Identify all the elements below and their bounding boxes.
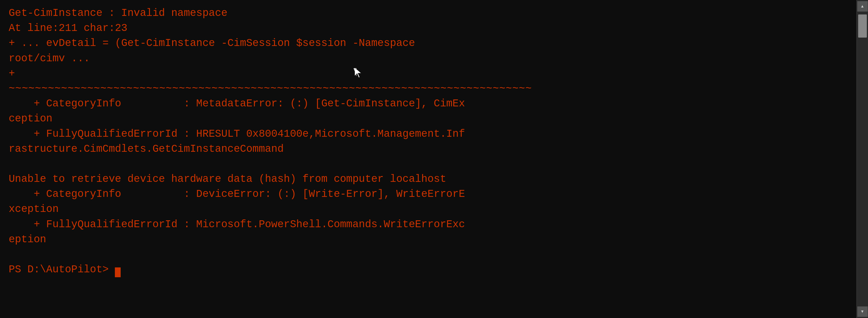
cursor-blink xyxy=(115,268,121,277)
scrollbar[interactable]: ▲ ▼ xyxy=(857,0,868,318)
terminal-line-16 xyxy=(9,247,848,262)
terminal-line-7: ception xyxy=(9,111,848,126)
terminal-line-13: xception xyxy=(9,202,848,217)
terminal-line-12: + CategoryInfo : DeviceError: (:) [Write… xyxy=(9,187,848,202)
terminal-line-8: + FullyQualifiedErrorId : HRESULT 0x8004… xyxy=(9,127,848,142)
scroll-up-button[interactable]: ▲ xyxy=(857,1,868,11)
terminal-line-1: Get-CimInstance : Invalid namespace xyxy=(9,6,848,21)
terminal-line-10 xyxy=(9,157,848,172)
prompt-text: PS D:\AutoPilot> xyxy=(9,263,115,276)
terminal-prompt-line[interactable]: PS D:\AutoPilot> xyxy=(9,262,848,277)
terminal-line-3: + ... evDetail = (Get-CimInstance -CimSe… xyxy=(9,36,848,51)
terminal-line-4: root/cimv ... xyxy=(9,51,848,66)
terminal-line-2: At line:211 char:23 xyxy=(9,21,848,36)
terminal-line-6: + CategoryInfo : MetadataError: (:) [Get… xyxy=(9,96,848,111)
terminal-line-5: + xyxy=(9,66,848,81)
terminal-line-tilde: ~~~~~~~~~~~~~~~~~~~~~~~~~~~~~~~~~~~~~~~~… xyxy=(9,81,848,96)
terminal-window[interactable]: Get-CimInstance : Invalid namespace At l… xyxy=(0,0,857,318)
terminal-line-9: rastructure.CimCmdlets.GetCimInstanceCom… xyxy=(9,142,848,157)
terminal-line-11: Unable to retrieve device hardware data … xyxy=(9,172,848,187)
terminal-line-15: eption xyxy=(9,232,848,247)
terminal-line-14: + FullyQualifiedErrorId : Microsoft.Powe… xyxy=(9,217,848,232)
scroll-down-button[interactable]: ▼ xyxy=(857,307,868,317)
scroll-thumb[interactable] xyxy=(858,14,867,38)
